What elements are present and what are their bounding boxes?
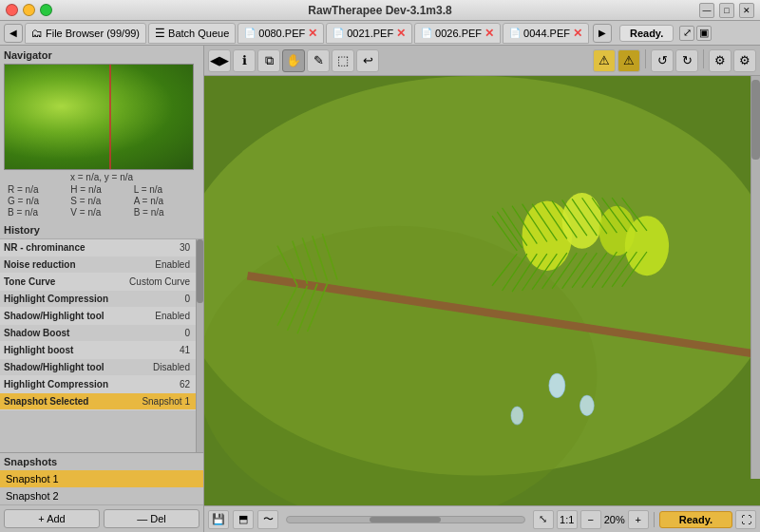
history-section: History NR - chrominance30Noise reductio…: [0, 221, 203, 452]
history-scroll-thumb[interactable]: [197, 239, 203, 303]
tool-copy[interactable]: ⧉: [257, 49, 280, 72]
tab-file-browser[interactable]: 🗂 File Browser (99/99): [25, 23, 146, 44]
image-area[interactable]: [204, 76, 760, 505]
tab-0080pef[interactable]: 📄 0080.PEF ✕: [238, 23, 324, 44]
history-row[interactable]: Highlight Compression0: [0, 291, 203, 308]
title-icon-3[interactable]: ✕: [739, 3, 754, 18]
export-button[interactable]: ⬒: [233, 510, 254, 529]
tool-redo[interactable]: ↻: [675, 49, 698, 72]
tool-pencil[interactable]: ✎: [307, 49, 330, 72]
close-button[interactable]: [6, 4, 18, 16]
b2-value: B = n/a: [134, 207, 196, 218]
ready-status-tab: Ready.: [619, 25, 674, 42]
snapshot-item[interactable]: Snapshot 1: [0, 470, 203, 487]
minimize-button[interactable]: [23, 4, 35, 16]
history-row[interactable]: Tone CurveCustom Curve: [0, 274, 203, 291]
history-row[interactable]: Shadow/Highlight toolEnabled: [0, 308, 203, 325]
history-value: Snapshot 1: [124, 395, 194, 408]
title-icon-2[interactable]: □: [719, 3, 734, 18]
tab-close-0080[interactable]: ✕: [308, 27, 317, 40]
right-tools: ⚠ ⚠ ↺ ↻ ⚙ ⚙: [593, 49, 756, 72]
fullscreen-view-button[interactable]: ⛶: [735, 510, 756, 529]
snapshots-section: Snapshots Snapshot 1Snapshot 2 + Add — D…: [0, 452, 203, 532]
r-value: R = n/a: [8, 184, 69, 195]
tool-info[interactable]: ℹ: [233, 49, 256, 72]
zoom-fit-button[interactable]: ⤡: [533, 510, 554, 529]
tab-close-0026[interactable]: ✕: [484, 27, 494, 40]
navigator-section: Navigator x = n/a, y = n/a R = n/a H = n…: [0, 46, 203, 221]
tool-warning2[interactable]: ⚠: [618, 49, 640, 72]
history-rows: NR - chrominance30Noise reductionEnabled…: [0, 239, 203, 410]
tool-settings1[interactable]: ⚙: [709, 49, 732, 72]
history-scrollbar[interactable]: [196, 239, 203, 452]
snapshot-list: Snapshot 1Snapshot 2: [0, 470, 203, 504]
zoom-1-button[interactable]: 1:1: [557, 510, 578, 529]
zoom-out-button[interactable]: −: [580, 510, 601, 529]
bottom-ready-status: Ready.: [659, 511, 732, 528]
snapshots-label: Snapshots: [0, 453, 203, 470]
image-scroll-thumb-h[interactable]: [370, 517, 441, 522]
history-row[interactable]: Highlight Compression62: [0, 376, 203, 393]
history-value: Disabled: [124, 361, 194, 373]
history-row[interactable]: Noise reductionEnabled: [0, 256, 203, 274]
del-snapshot-button[interactable]: — Del: [104, 509, 200, 528]
tab-close-0044[interactable]: ✕: [573, 27, 582, 40]
history-label: History: [0, 221, 203, 238]
save-button[interactable]: 💾: [208, 510, 229, 529]
history-row[interactable]: NR - chrominance30: [0, 239, 203, 256]
snapshot-item[interactable]: Snapshot 2: [0, 487, 203, 504]
image-scroll-thumb-v[interactable]: [751, 80, 760, 161]
tool-hide-panels[interactable]: ◀▶: [208, 49, 231, 72]
s-value: S = n/a: [70, 196, 132, 206]
tool-undo[interactable]: ↺: [651, 49, 674, 72]
g-value: G = n/a: [8, 196, 69, 206]
tool-pan[interactable]: ✋: [282, 49, 305, 72]
image-scrollbar-v[interactable]: [750, 76, 760, 479]
window-controls[interactable]: [6, 4, 52, 16]
zoom-in-button[interactable]: +: [628, 510, 649, 529]
history-key: Highlight Compression: [0, 378, 124, 390]
history-row[interactable]: Shadow Boost0: [0, 325, 203, 342]
tool-select[interactable]: ⬚: [332, 49, 354, 72]
tab-0026pef[interactable]: 📄 0026.PEF ✕: [414, 23, 501, 44]
history-value: Enabled: [124, 258, 194, 271]
maximize-button[interactable]: [40, 4, 52, 16]
fullscreen-button[interactable]: ▣: [696, 26, 712, 41]
history-value: 41: [124, 344, 194, 356]
history-key: Noise reduction: [0, 258, 124, 271]
history-row[interactable]: Highlight boost41: [0, 342, 203, 359]
history-value: 0: [124, 327, 194, 339]
tab-0044pef[interactable]: 📄 0044.PEF ✕: [503, 23, 589, 44]
tab-batch-queue[interactable]: ☰ Batch Queue: [148, 23, 236, 44]
bottom-bar: 💾 ⬒ 〜 ⤡ 1:1 − 20% + Ready. ⛶: [204, 505, 760, 532]
tab-bar: ◀ 🗂 File Browser (99/99) ☰ Batch Queue 📄…: [0, 21, 760, 46]
image-scrollbar-h[interactable]: [286, 516, 525, 523]
tab-close-0021[interactable]: ✕: [396, 27, 406, 40]
history-key: Shadow/Highlight tool: [0, 361, 124, 373]
history-value: Enabled: [124, 310, 194, 322]
wave-button[interactable]: 〜: [257, 510, 278, 529]
tab-0021pef[interactable]: 📄 0021.PEF ✕: [326, 23, 412, 44]
tool-settings2[interactable]: ⚙: [733, 49, 756, 72]
navigator-coords: x = n/a, y = n/a: [4, 172, 200, 182]
history-key: Shadow Boost: [0, 327, 124, 339]
tool-rotate[interactable]: ↩: [356, 49, 379, 72]
history-table[interactable]: NR - chrominance30Noise reductionEnabled…: [0, 238, 203, 452]
history-value: 0: [124, 293, 194, 305]
tab-more-button[interactable]: ▶: [593, 24, 612, 43]
window-title: RawTherapee Dev-3.1m3.8: [308, 4, 451, 17]
toolbar-separator-2: [703, 49, 704, 68]
a-value: A = n/a: [134, 196, 196, 206]
history-row[interactable]: Snapshot SelectedSnapshot 1: [0, 393, 203, 410]
navigator-image[interactable]: [4, 64, 194, 170]
history-key: Highlight Compression: [0, 293, 124, 305]
history-value: Custom Curve: [124, 276, 194, 288]
add-snapshot-button[interactable]: + Add: [4, 509, 100, 528]
expand-button[interactable]: ⤢: [679, 26, 694, 41]
tab-prev-button[interactable]: ◀: [4, 24, 23, 43]
tool-warning1[interactable]: ⚠: [593, 49, 616, 72]
history-row[interactable]: Shadow/Highlight toolDisabled: [0, 359, 203, 376]
b-value: B = n/a: [8, 207, 69, 218]
title-icon-1[interactable]: —: [699, 3, 714, 18]
zoom-level: 20%: [604, 514, 625, 525]
